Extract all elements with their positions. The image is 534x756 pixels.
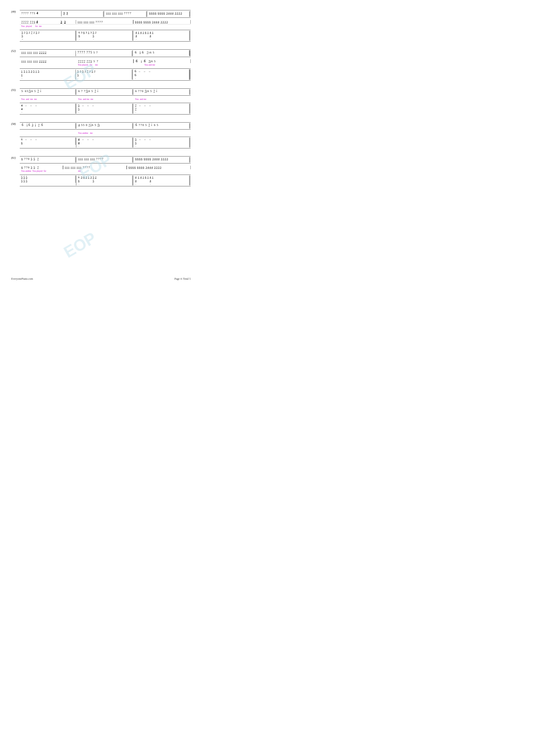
n: 6 <box>92 123 93 127</box>
barline-end <box>190 157 191 163</box>
n: 4 <box>149 166 151 169</box>
m61-t2: i i i i i i i i i i i i 7 7 <box>77 157 133 163</box>
n: 7 <box>87 60 88 63</box>
n-6: 6 <box>155 12 157 15</box>
barline <box>133 89 134 95</box>
lyric-58-2: You andme me <box>77 132 134 135</box>
n: 6 <box>150 51 151 54</box>
n: – <box>139 104 141 107</box>
treble-58: 6· i· 6· 3· i· 7 6· 4 5 <box>20 122 191 129</box>
lyric-58-1 <box>20 132 76 135</box>
lyric-61-1: You andme You played for <box>20 170 63 173</box>
n: – <box>144 138 146 141</box>
n: 2 <box>45 51 46 54</box>
chord-58-2: 4 4 · <box>78 138 80 148</box>
n-7: 7 <box>25 12 27 15</box>
n: 5 <box>153 51 154 54</box>
n: 5 <box>90 60 92 63</box>
n: 1 <box>152 176 154 179</box>
chord-2: 5 5 · <box>77 69 79 79</box>
lyric-55-1: You and me me <box>20 98 76 101</box>
n: 6 <box>135 157 137 161</box>
n: 7 <box>81 89 83 93</box>
n: 3 <box>163 157 165 161</box>
m52-t3-ul: 6̂ i 6̂ 7i 6 5 <box>134 59 191 63</box>
n: 6 <box>147 89 149 93</box>
n: 5 <box>93 51 95 54</box>
n: i <box>93 20 94 24</box>
chord-1: 1 1 · <box>21 69 23 79</box>
barline <box>133 50 133 56</box>
n: 7 <box>87 69 89 73</box>
n: 1 <box>147 176 149 179</box>
n: 5 <box>78 107 80 111</box>
n: i <box>29 60 29 63</box>
lyric-49-3 <box>134 25 191 28</box>
m58-t3: 6· 7 7 0 5 7· i· 6 5 <box>134 123 190 129</box>
n: 1 <box>143 176 144 179</box>
m49-t1-ul: 7 7 7 7 7 7 5 4 <box>20 20 59 24</box>
n: 7 <box>37 157 39 161</box>
barline <box>76 123 76 129</box>
section-58: (58) 6· i· 6· 3· i· 7 6· <box>11 122 191 148</box>
n: 6· <box>136 123 137 127</box>
n: i <box>73 166 74 169</box>
n: i <box>91 157 92 161</box>
n: 7 <box>26 166 28 169</box>
ct: 4 <box>136 31 137 34</box>
n: 1 <box>36 69 37 73</box>
n: 3 <box>156 166 158 169</box>
n: 6̂ <box>136 59 138 63</box>
m49-t1: 7 7 7 7 7 7 5 4 <box>20 11 62 16</box>
section-55-content: 5· 6 5 7·i 6 5 7· i· 6 7 <box>20 89 191 115</box>
n: 6 <box>21 141 23 145</box>
n: 6 <box>135 50 137 54</box>
n-i: i <box>109 12 110 15</box>
n: 6 <box>141 166 142 169</box>
n: 2 <box>94 69 95 73</box>
n: i <box>69 166 69 169</box>
n: 7 <box>37 166 39 169</box>
footer: EveryonePiano.com Page 4 /Total 5 <box>0 277 202 281</box>
n: 5· <box>93 179 94 183</box>
barline <box>133 157 134 163</box>
n: 5 <box>135 138 137 141</box>
n: 6 <box>31 89 33 93</box>
n: i· <box>97 89 98 93</box>
m58-t1: 6· i· 6· 3· i· 7 6· <box>20 123 76 129</box>
treble-52: i i i i i i i i i i i i 2 2 <box>20 49 191 57</box>
cd: · <box>150 38 150 40</box>
n: 5 <box>90 51 92 54</box>
n: 7 <box>24 157 26 161</box>
n: i <box>30 60 31 63</box>
n: i <box>86 20 87 24</box>
n: i <box>89 20 90 24</box>
n: i <box>87 157 88 161</box>
treble-49-ul: 7 7 7 7 7 7 5 4 3̲ 3̲ <box>20 20 191 24</box>
barline-end <box>190 138 191 148</box>
bass-staff-55: 4 4 · – – – 5 5 · – – <box>20 103 191 115</box>
n-4: 4 <box>172 12 174 15</box>
watermark-3: EOP <box>61 228 99 261</box>
n: i <box>79 166 80 169</box>
section-label-61: (61) <box>11 156 16 160</box>
n: 6 <box>139 166 140 169</box>
n-7: 7 <box>23 12 25 15</box>
n: 6 <box>83 31 85 34</box>
n-7: 7 <box>30 12 31 15</box>
dots: · <box>79 183 79 185</box>
n-7: 7 <box>130 12 131 15</box>
n: 6 <box>144 157 145 161</box>
treble-staff-49: 7 7 7 7 7 7 5 4 3̲ 3̲ <box>20 10 191 18</box>
n: 6 <box>78 179 80 183</box>
n: 3 <box>152 157 154 161</box>
n: 3 <box>166 20 168 24</box>
barline <box>133 31 134 40</box>
section-label-49: (49) <box>11 10 16 14</box>
n: 3 <box>165 157 166 161</box>
n: 7 <box>101 20 103 24</box>
n: 7 <box>86 166 88 169</box>
n-6: 6 <box>158 12 159 15</box>
chord-61-1c: 5· 5· <box>26 176 27 183</box>
cb: 4 <box>136 34 137 38</box>
